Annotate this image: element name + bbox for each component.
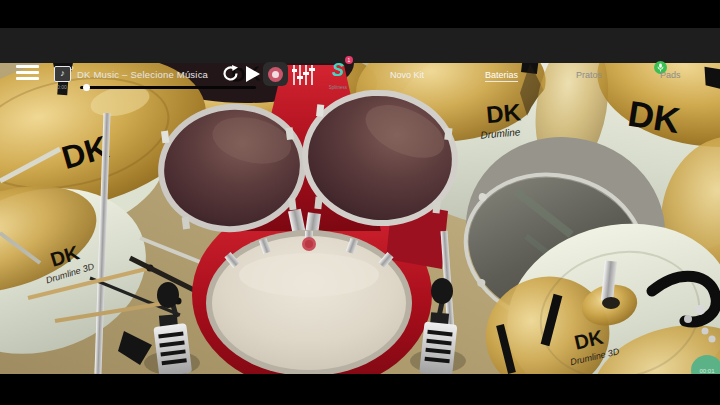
play-icon[interactable] <box>246 66 260 82</box>
svg-text:DK: DK <box>625 93 683 142</box>
drumkit-scene: DK DK DK Drumline 3D <box>0 63 720 374</box>
progress-thumb[interactable] <box>83 84 90 91</box>
companion-app-button[interactable]: S 1 <box>324 58 352 84</box>
drumkit-render: DK DK DK Drumline 3D <box>0 63 720 374</box>
companion-app-label: Splitness <box>318 85 358 90</box>
letterbox-bottom <box>0 374 720 405</box>
elapsed-time: 0:00 <box>57 84 67 90</box>
menu-icon[interactable] <box>16 65 39 80</box>
music-title[interactable]: DK Music – Selecione Música <box>77 69 208 80</box>
mini-note-glyph: ♪ <box>71 61 75 74</box>
record-button[interactable] <box>263 62 288 86</box>
letterbox-top <box>0 0 720 28</box>
record-icon <box>268 67 283 82</box>
kick-head[interactable] <box>206 230 412 374</box>
tab-baterias[interactable]: Baterias <box>485 70 518 82</box>
tab-novo-kit[interactable]: Novo Kit <box>390 70 424 80</box>
music-album-icon[interactable]: ♪ ♪ <box>54 66 71 82</box>
loop-icon[interactable] <box>221 64 240 87</box>
toolbar: ♪ ♪ DK Music – Selecione Música 0:00 <box>0 28 720 63</box>
app-window: DK DK DK Drumline 3D <box>0 0 720 405</box>
tab-pratos[interactable]: Pratos <box>576 70 602 80</box>
notification-badge: 1 <box>345 56 353 64</box>
mixer-icon[interactable] <box>292 65 315 89</box>
tab-pads[interactable]: Pads <box>660 70 681 80</box>
svg-text:DK: DK <box>485 98 523 128</box>
music-note-glyph: ♪ <box>60 68 65 78</box>
